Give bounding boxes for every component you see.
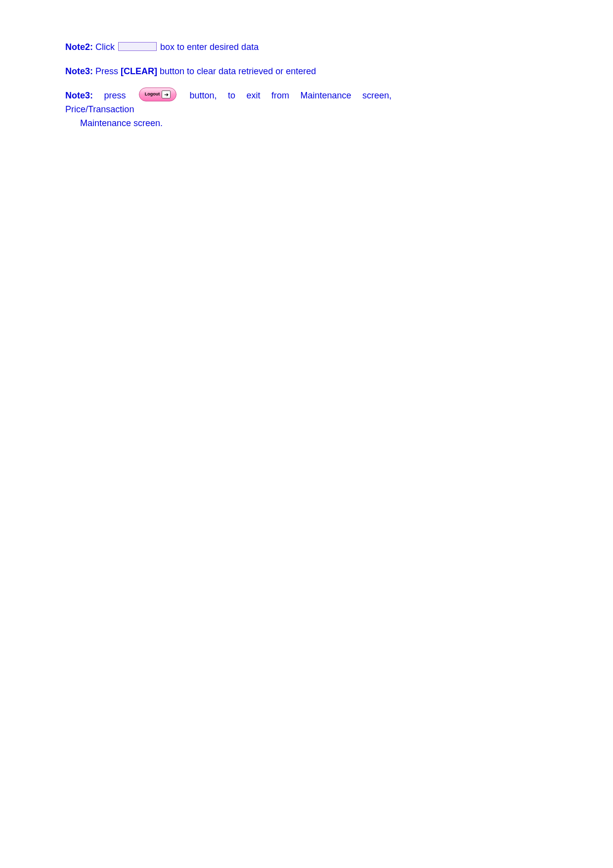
logout-button-label: Logout xyxy=(145,91,160,98)
note2-label: Note2: xyxy=(65,42,93,52)
note3a-text-before: Press xyxy=(93,66,121,76)
note3b-line2: Maintenance screen. xyxy=(80,118,163,128)
note3b-label: Note3: xyxy=(65,91,93,100)
logout-exit-icon: ➜ xyxy=(162,91,171,98)
note3a-text-after: button to clear data retrieved or entere… xyxy=(157,66,316,76)
input-box-icon xyxy=(118,42,157,51)
note2-text-before: Click xyxy=(93,42,117,52)
note3b-block: Note3: press Logout ➜ button, to exit fr… xyxy=(65,89,392,131)
note3b-text-before: press xyxy=(93,91,137,100)
note2-line: Note2: Click box to enter desired data xyxy=(65,41,392,54)
logout-button-icon: Logout ➜ xyxy=(139,88,176,101)
note2-text-after: box to enter desired data xyxy=(158,42,259,52)
note3a-bold: [CLEAR] xyxy=(121,66,157,76)
note3a-line: Note3: Press [CLEAR] button to clear dat… xyxy=(65,65,392,78)
document-content: Note2: Click box to enter desired data N… xyxy=(0,0,613,131)
note3a-label: Note3: xyxy=(65,66,93,76)
